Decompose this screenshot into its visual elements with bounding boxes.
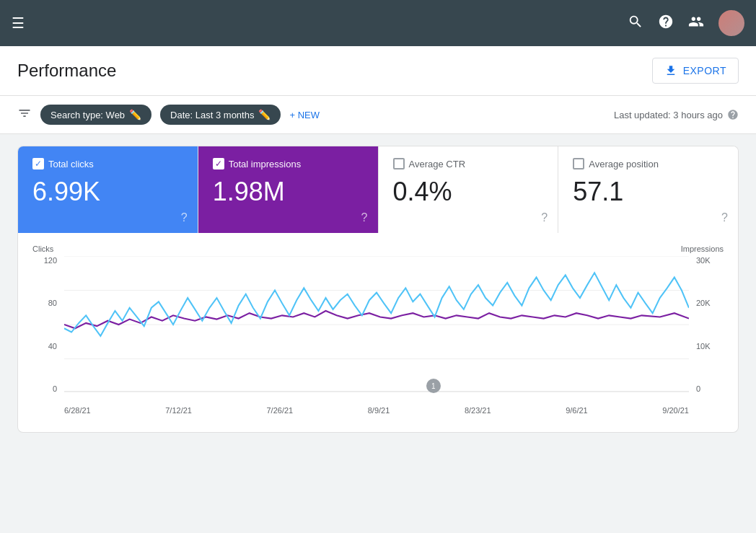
- y-tick: 120: [44, 256, 57, 265]
- filter-icon[interactable]: [17, 106, 32, 124]
- last-updated: Last updated: 3 hours ago: [614, 109, 739, 120]
- edit-icon: ✏️: [258, 109, 271, 120]
- y-tick: 20K: [696, 299, 711, 307]
- hamburger-icon[interactable]: ☰: [12, 14, 25, 32]
- main-content: ✓ Total clicks 6.99K ? ✓ Total impressio…: [0, 134, 756, 444]
- x-tick: 9/20/21: [662, 406, 689, 415]
- ctr-value: 0.4%: [393, 177, 544, 207]
- left-axis-label: Clicks: [32, 245, 53, 253]
- x-axis: 6/28/21 7/12/21 7/26/21 8/9/21 8/23/21 9…: [64, 406, 689, 415]
- search-type-filter[interactable]: Search type: Web ✏️: [40, 105, 151, 125]
- position-value: 57.1: [573, 177, 724, 207]
- help-icon[interactable]: ?: [181, 211, 188, 224]
- search-icon[interactable]: [628, 14, 643, 33]
- metric-card-impressions[interactable]: ✓ Total impressions 1.98M ?: [198, 146, 379, 233]
- y-tick: 0: [696, 384, 700, 393]
- help-icon[interactable]: ?: [721, 211, 728, 224]
- x-tick: 6/28/21: [64, 406, 91, 415]
- metric-card-ctr[interactable]: Average CTR 0.4% ?: [379, 146, 559, 233]
- x-tick: 7/26/21: [267, 406, 294, 415]
- y-tick: 0: [53, 384, 57, 393]
- metric-cards: ✓ Total clicks 6.99K ? ✓ Total impressio…: [17, 146, 739, 233]
- ctr-checkbox[interactable]: [393, 158, 405, 169]
- y-tick: 10K: [696, 342, 711, 351]
- new-button[interactable]: + NEW: [289, 110, 320, 120]
- export-button[interactable]: EXPORT: [652, 58, 739, 84]
- avatar[interactable]: [718, 10, 744, 36]
- x-tick: 7/12/21: [165, 406, 192, 415]
- help-icon[interactable]: [658, 14, 674, 33]
- metric-card-clicks[interactable]: ✓ Total clicks 6.99K ?: [18, 146, 198, 233]
- x-tick: 9/6/21: [566, 406, 588, 415]
- annotation-dot: 1: [426, 379, 441, 393]
- clicks-checkbox[interactable]: ✓: [32, 158, 44, 169]
- y-tick: 40: [48, 342, 57, 351]
- x-tick: 8/23/21: [465, 406, 491, 415]
- y-tick: 30K: [696, 256, 711, 265]
- top-nav: ☰: [0, 0, 756, 46]
- chart-area: Clicks Impressions 120 80 40 0 30K 20K 1…: [17, 233, 739, 433]
- y-axis-left: 120 80 40 0: [32, 256, 61, 393]
- filter-bar: Search type: Web ✏️ Date: Last 3 months …: [0, 96, 756, 134]
- help-icon[interactable]: ?: [361, 211, 368, 224]
- position-checkbox[interactable]: [573, 158, 584, 169]
- impressions-value: 1.98M: [213, 177, 364, 207]
- account-icon[interactable]: [688, 14, 704, 33]
- help-icon[interactable]: ?: [541, 211, 548, 224]
- date-filter[interactable]: Date: Last 3 months ✏️: [160, 105, 281, 125]
- impressions-checkbox[interactable]: ✓: [213, 158, 224, 169]
- y-tick: 80: [48, 299, 57, 307]
- page-title: Performance: [17, 61, 116, 81]
- metric-card-position[interactable]: Average position 57.1 ?: [558, 146, 738, 233]
- chart-canvas: [64, 256, 689, 393]
- edit-icon: ✏️: [129, 109, 141, 120]
- x-tick: 8/9/21: [368, 406, 390, 415]
- right-axis-label: Impressions: [681, 245, 724, 253]
- clicks-value: 6.99K: [32, 177, 183, 207]
- chart-wrapper: 120 80 40 0 30K 20K 10K 0: [32, 256, 724, 415]
- page-header: Performance EXPORT: [0, 46, 756, 96]
- y-axis-right: 30K 20K 10K 0: [692, 256, 724, 393]
